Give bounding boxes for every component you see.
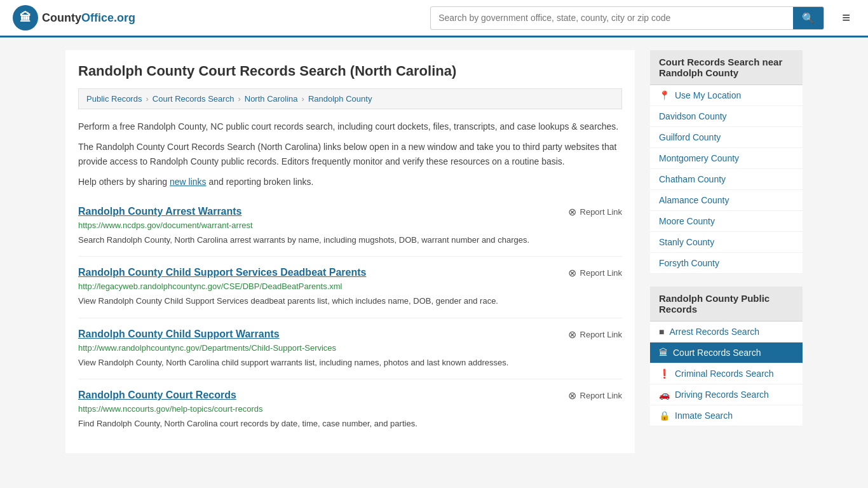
- sidebar-nearby-section: Court Records Search near Randolph Count…: [650, 50, 803, 274]
- result-item: Randolph County Child Support Services D…: [78, 257, 622, 318]
- record-link-3[interactable]: Driving Records Search: [675, 390, 769, 400]
- report-icon-0: ⊗: [568, 206, 576, 218]
- county-link-7[interactable]: Forsyth County: [659, 258, 719, 268]
- breadcrumb-public-records[interactable]: Public Records: [86, 94, 142, 104]
- sidebar-county-0[interactable]: Davidson County: [650, 106, 803, 127]
- county-link-4[interactable]: Alamance County: [659, 195, 729, 205]
- sidebar-county-4[interactable]: Alamance County: [650, 190, 803, 211]
- content-area: Randolph County Court Records Search (No…: [65, 50, 635, 453]
- logo-text: CountyOffice.org: [42, 11, 135, 25]
- report-label-3: Report Link: [580, 391, 622, 400]
- result-item: Randolph County Arrest Warrants ⊗ Report…: [78, 196, 622, 257]
- sidebar-county-1[interactable]: Guilford County: [650, 127, 803, 148]
- report-link-1[interactable]: ⊗ Report Link: [568, 267, 622, 279]
- sidebar-record-icon-3: 🚗: [659, 390, 670, 400]
- county-link-6[interactable]: Stanly County: [659, 237, 714, 247]
- breadcrumb-sep-3: ›: [302, 94, 304, 104]
- county-link-0[interactable]: Davidson County: [659, 111, 727, 121]
- breadcrumb-north-carolina[interactable]: North Carolina: [245, 94, 298, 104]
- sidebar-nearby-header: Court Records Search near Randolph Count…: [650, 50, 803, 85]
- desc-para-2: The Randolph County Court Records Search…: [78, 140, 622, 168]
- county-links: Davidson CountyGuilford CountyMontgomery…: [650, 106, 803, 274]
- sidebar-records-header: Randolph County Public Records: [650, 287, 803, 322]
- results-list: Randolph County Arrest Warrants ⊗ Report…: [78, 196, 622, 440]
- main-container: Randolph County Court Records Search (No…: [53, 37, 815, 466]
- sidebar-record-1[interactable]: 🏛 Court Records Search: [650, 342, 803, 363]
- logo-office: Office: [81, 11, 114, 24]
- result-header-3: Randolph County Court Records ⊗ Report L…: [78, 390, 622, 402]
- search-input[interactable]: [431, 8, 793, 28]
- record-link-2[interactable]: Criminal Records Search: [675, 369, 774, 379]
- sidebar-record-icon-1: 🏛: [659, 348, 668, 358]
- result-url-0[interactable]: https://www.ncdps.gov/document/warrant-a…: [78, 220, 622, 230]
- result-title-3[interactable]: Randolph County Court Records: [78, 390, 236, 401]
- result-url-2[interactable]: http://www.randolphcountync.gov/Departme…: [78, 343, 622, 353]
- sidebar-record-icon-0: ■: [659, 327, 664, 337]
- logo: 🏛 CountyOffice.org: [13, 5, 135, 30]
- report-link-0[interactable]: ⊗ Report Link: [568, 206, 622, 218]
- result-item: Randolph County Child Support Warrants ⊗…: [78, 318, 622, 380]
- report-icon-3: ⊗: [568, 390, 576, 402]
- desc-para-3: Help others by sharing new links and rep…: [78, 175, 622, 189]
- logo-icon: 🏛: [13, 5, 38, 30]
- result-title-0[interactable]: Randolph County Arrest Warrants: [78, 206, 242, 217]
- sidebar-county-7[interactable]: Forsyth County: [650, 253, 803, 274]
- record-link-0[interactable]: Arrest Records Search: [669, 327, 759, 337]
- report-label-0: Report Link: [580, 207, 622, 217]
- result-header-1: Randolph County Child Support Services D…: [78, 267, 622, 279]
- page-title: Randolph County Court Records Search (No…: [78, 63, 622, 79]
- records-links: ■ Arrest Records Search 🏛 Court Records …: [650, 322, 803, 426]
- report-link-3[interactable]: ⊗ Report Link: [568, 390, 622, 402]
- report-icon-2: ⊗: [568, 329, 576, 341]
- sidebar-record-icon-4: 🔒: [659, 410, 670, 421]
- result-header-2: Randolph County Child Support Warrants ⊗…: [78, 329, 622, 341]
- desc-para-3-suffix: and reporting broken links.: [207, 177, 314, 187]
- report-icon-1: ⊗: [568, 267, 576, 279]
- menu-button[interactable]: ≡: [837, 7, 855, 29]
- report-label-1: Report Link: [580, 268, 622, 278]
- sidebar: Court Records Search near Randolph Count…: [650, 50, 803, 453]
- sidebar-record-0[interactable]: ■ Arrest Records Search: [650, 322, 803, 342]
- county-link-3[interactable]: Chatham County: [659, 174, 726, 184]
- breadcrumb-randolph-county[interactable]: Randolph County: [308, 94, 372, 104]
- record-link-1[interactable]: Court Records Search: [673, 348, 761, 358]
- search-button[interactable]: 🔍: [793, 7, 824, 29]
- search-bar: 🔍: [430, 6, 824, 30]
- result-desc-3: Find Randolph County, North Carolina cou…: [78, 417, 622, 430]
- result-desc-0: Search Randolph County, North Carolina a…: [78, 234, 622, 247]
- sidebar-record-icon-2: ❗: [659, 369, 670, 379]
- result-header-0: Randolph County Arrest Warrants ⊗ Report…: [78, 206, 622, 218]
- sidebar-county-5[interactable]: Moore County: [650, 211, 803, 232]
- pin-icon: 📍: [659, 90, 670, 100]
- sidebar-record-2[interactable]: ❗ Criminal Records Search: [650, 363, 803, 384]
- result-desc-1: View Randolph County Child Support Servi…: [78, 295, 622, 308]
- desc-para-1: Perform a free Randolph County, NC publi…: [78, 119, 622, 133]
- sidebar-county-6[interactable]: Stanly County: [650, 232, 803, 253]
- sidebar-county-2[interactable]: Montgomery County: [650, 148, 803, 169]
- county-link-1[interactable]: Guilford County: [659, 132, 721, 142]
- county-link-2[interactable]: Montgomery County: [659, 153, 739, 163]
- breadcrumb-court-records-search[interactable]: Court Records Search: [153, 94, 234, 104]
- desc-para-3-prefix: Help others by sharing: [78, 177, 170, 187]
- result-title-1[interactable]: Randolph County Child Support Services D…: [78, 267, 366, 278]
- county-link-5[interactable]: Moore County: [659, 216, 715, 226]
- use-location-link[interactable]: Use My Location: [675, 90, 741, 100]
- new-links-link[interactable]: new links: [170, 177, 207, 187]
- record-link-4[interactable]: Inmate Search: [675, 410, 733, 421]
- logo-tld: .org: [114, 11, 135, 24]
- sidebar-county-3[interactable]: Chatham County: [650, 169, 803, 190]
- sidebar-use-location[interactable]: 📍 Use My Location: [650, 85, 803, 106]
- result-url-1[interactable]: http://legacyweb.randolphcountync.gov/CS…: [78, 281, 622, 291]
- report-label-2: Report Link: [580, 330, 622, 339]
- site-header: 🏛 CountyOffice.org 🔍 ≡: [0, 0, 868, 37]
- breadcrumb: Public Records › Court Records Search › …: [78, 88, 622, 109]
- report-link-2[interactable]: ⊗ Report Link: [568, 329, 622, 341]
- result-title-2[interactable]: Randolph County Child Support Warrants: [78, 329, 280, 340]
- result-item: Randolph County Court Records ⊗ Report L…: [78, 379, 622, 440]
- sidebar-records-section: Randolph County Public Records ■ Arrest …: [650, 287, 803, 426]
- result-desc-2: View Randolph County, North Carolina chi…: [78, 356, 622, 369]
- breadcrumb-sep-2: ›: [238, 94, 240, 104]
- sidebar-record-3[interactable]: 🚗 Driving Records Search: [650, 384, 803, 405]
- result-url-3[interactable]: https://www.nccourts.gov/help-topics/cou…: [78, 404, 622, 414]
- sidebar-record-4[interactable]: 🔒 Inmate Search: [650, 405, 803, 426]
